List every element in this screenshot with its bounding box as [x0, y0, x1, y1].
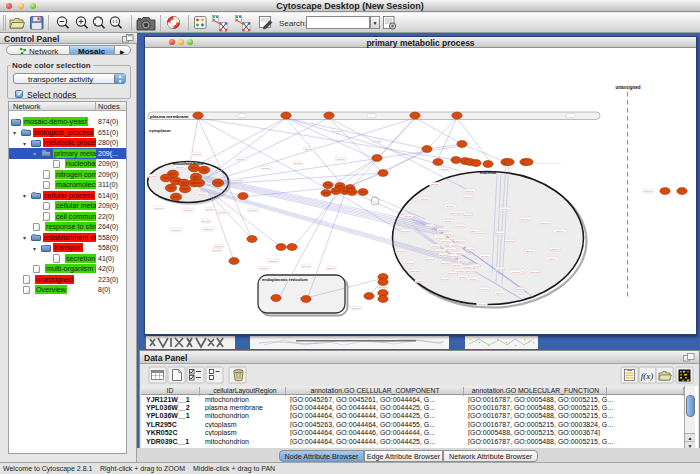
- svg-text:[Go:00]: [Go:00]: [249, 209, 258, 212]
- svg-text:[Go:00]: [Go:00]: [466, 270, 475, 273]
- svg-text:[Go:00]: [Go:00]: [464, 214, 473, 217]
- svg-text:[Go:00]: [Go:00]: [531, 271, 540, 274]
- svg-text:......................: ......................: [534, 161, 561, 165]
- svg-text:[Go:00]: [Go:00]: [431, 183, 440, 186]
- svg-text:[Go:00]: [Go:00]: [456, 252, 465, 255]
- svg-text:plasma membrane: plasma membrane: [150, 114, 189, 119]
- svg-text:[Go:00]: [Go:00]: [213, 249, 222, 252]
- svg-text:[Go:00]: [Go:00]: [305, 148, 314, 151]
- svg-text:[Go:00]: [Go:00]: [512, 271, 521, 274]
- svg-text:[Go:00]: [Go:00]: [426, 258, 435, 261]
- svg-text:[Go:00]: [Go:00]: [421, 198, 430, 201]
- svg-text:[Go:00]: [Go:00]: [401, 230, 410, 233]
- svg-text:mitochondrion: mitochondrion: [173, 161, 204, 166]
- svg-text:[Go:00]: [Go:00]: [406, 262, 415, 265]
- svg-text:[Go:00]: [Go:00]: [439, 254, 448, 257]
- svg-text:[Go:00]: [Go:00]: [463, 266, 472, 269]
- svg-text:[Go:00]: [Go:00]: [449, 255, 458, 258]
- svg-text:[Go:00]: [Go:00]: [438, 229, 447, 232]
- svg-text:[Go:00]: [Go:00]: [379, 286, 388, 289]
- svg-text:[Go:00]: [Go:00]: [464, 196, 473, 199]
- svg-text:[Go:00]: [Go:00]: [176, 166, 185, 169]
- svg-text:nucleus: nucleus: [480, 170, 497, 175]
- svg-text:[Go:00]: [Go:00]: [469, 278, 478, 281]
- svg-text:[Go:00]: [Go:00]: [456, 225, 465, 228]
- svg-text:[Go:00]: [Go:00]: [373, 140, 382, 143]
- svg-text:[Go:00]: [Go:00]: [441, 278, 450, 281]
- svg-text:[Go:00]: [Go:00]: [262, 167, 271, 170]
- svg-text:[Go:00]: [Go:00]: [441, 262, 450, 265]
- svg-text:[Go:00]: [Go:00]: [436, 250, 445, 253]
- svg-text:[Go:00]: [Go:00]: [451, 244, 460, 247]
- svg-text:[Go:00]: [Go:00]: [459, 276, 468, 279]
- svg-text:[Go:00]: [Go:00]: [466, 248, 475, 251]
- svg-text:[Go:00]: [Go:00]: [496, 292, 505, 295]
- svg-text:[Go:00]: [Go:00]: [506, 240, 515, 243]
- svg-text:[Go:00]: [Go:00]: [444, 233, 453, 236]
- svg-text:[Go:00]: [Go:00]: [234, 179, 243, 182]
- svg-text:[Go:00]: [Go:00]: [431, 245, 440, 248]
- svg-text:[Go:00]: [Go:00]: [192, 153, 201, 156]
- svg-text:[Go:00]: [Go:00]: [459, 260, 468, 263]
- svg-text:f(x): f(x): [641, 371, 654, 381]
- svg-text:[Go:00]: [Go:00]: [219, 211, 228, 214]
- svg-text:[Go:00]: [Go:00]: [496, 268, 505, 271]
- svg-text:[Go:00]: [Go:00]: [435, 237, 444, 240]
- svg-text:[Go:00]: [Go:00]: [337, 158, 346, 161]
- svg-text:[Go:00]: [Go:00]: [172, 229, 181, 232]
- svg-text:[Go:00]: [Go:00]: [466, 190, 475, 193]
- svg-text:[Go:00]: [Go:00]: [449, 272, 458, 275]
- svg-text:endoplasmic reticulum: endoplasmic reticulum: [262, 277, 308, 282]
- svg-text:[Go:00]: [Go:00]: [456, 240, 465, 243]
- svg-text:[Go:00]: [Go:00]: [548, 258, 557, 261]
- svg-text:[Go:00]: [Go:00]: [478, 303, 487, 306]
- svg-text:[Go:00]: [Go:00]: [501, 208, 510, 211]
- svg-text:[Go:00]: [Go:00]: [269, 260, 278, 263]
- svg-text:cytoplasm: cytoplasm: [149, 128, 171, 133]
- svg-text:[Go:00]: [Go:00]: [148, 175, 157, 178]
- svg-text:[Go:00]: [Go:00]: [215, 245, 224, 248]
- svg-text:[Go:00]: [Go:00]: [155, 207, 164, 210]
- svg-text:[Go:00]: [Go:00]: [446, 248, 455, 251]
- svg-text:[Go:00]: [Go:00]: [446, 205, 455, 208]
- svg-text:1:1: 1:1: [112, 19, 118, 24]
- svg-text:[Go:00]: [Go:00]: [476, 232, 485, 235]
- svg-text:[Go:00]: [Go:00]: [521, 218, 530, 221]
- svg-text:unassigned: unassigned: [615, 85, 640, 90]
- svg-text:[Go:00]: [Go:00]: [416, 280, 425, 283]
- svg-text:[Go:00]: [Go:00]: [237, 158, 246, 161]
- svg-text:[Go:00]: [Go:00]: [206, 208, 215, 211]
- svg-text:[Go:00]: [Go:00]: [327, 267, 336, 270]
- svg-text:[Go:00]: [Go:00]: [480, 288, 489, 291]
- svg-text:[Go:00]: [Go:00]: [260, 267, 269, 270]
- svg-text:[Go:00]: [Go:00]: [294, 162, 303, 165]
- svg-text:[Go:00]: [Go:00]: [556, 230, 565, 233]
- svg-text:[Go:00]: [Go:00]: [352, 307, 361, 310]
- svg-text:[Go:00]: [Go:00]: [184, 209, 193, 212]
- svg-text:[Go:00]: [Go:00]: [411, 270, 420, 273]
- svg-text:[Go:00]: [Go:00]: [441, 168, 450, 171]
- svg-text:[Go:00]: [Go:00]: [644, 190, 653, 193]
- svg-text:[Go:00]: [Go:00]: [496, 232, 505, 235]
- svg-text:[Go:00]: [Go:00]: [516, 288, 525, 291]
- svg-text:[Go:00]: [Go:00]: [441, 240, 450, 243]
- svg-text:[Go:00]: [Go:00]: [198, 193, 207, 196]
- svg-text:[Go:00]: [Go:00]: [551, 248, 560, 251]
- svg-text:[Go:00]: [Go:00]: [481, 255, 490, 258]
- svg-text:[Go:00]: [Go:00]: [404, 215, 413, 218]
- svg-text:[Go:00]: [Go:00]: [332, 130, 341, 133]
- svg-text:[Go:00]: [Go:00]: [302, 265, 311, 268]
- svg-text:[Go:00]: [Go:00]: [426, 225, 435, 228]
- svg-text:[Go:00]: [Go:00]: [396, 250, 405, 253]
- svg-text:[Go:00]: [Go:00]: [202, 220, 211, 223]
- svg-text:[Go:00]: [Go:00]: [453, 264, 462, 267]
- svg-text:[Go:00]: [Go:00]: [204, 228, 213, 231]
- svg-text:[Go:00]: [Go:00]: [541, 222, 550, 225]
- svg-text:[Go:00]: [Go:00]: [526, 250, 535, 253]
- svg-text:[Go:00]: [Go:00]: [444, 220, 453, 223]
